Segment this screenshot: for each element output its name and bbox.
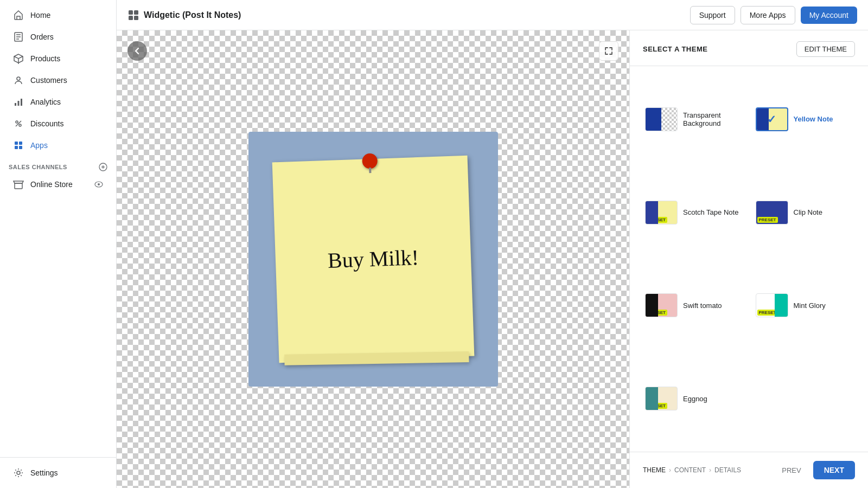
expand-button[interactable] (599, 41, 618, 61)
push-pin (362, 153, 378, 169)
sidebar-item-customers[interactable]: Customers (4, 69, 112, 91)
svg-point-14 (17, 471, 20, 474)
theme-label-swift: Swift tomato (683, 301, 722, 310)
sticky-note: Buy Milk! (272, 156, 474, 363)
svg-rect-10 (19, 146, 22, 149)
sidebar-item-products-label: Products (30, 54, 60, 63)
theme-mint-glory[interactable]: PRESET Mint Glory (754, 264, 856, 348)
back-button[interactable] (127, 41, 147, 61)
theme-swatch-transparent (645, 107, 678, 131)
right-panel: SELECT A THEME EDIT THEME Transparent Ba… (629, 30, 868, 488)
prev-button[interactable]: PREV (775, 462, 807, 479)
sidebar-item-home[interactable]: Home (4, 4, 112, 26)
theme-label-clip: Clip Note (794, 208, 822, 216)
svg-point-6 (19, 124, 21, 126)
sidebar-item-home-label: Home (30, 11, 50, 20)
support-button[interactable]: Support (690, 6, 735, 24)
svg-point-13 (98, 183, 100, 185)
theme-label-transparent: Transparent Background (683, 111, 743, 127)
online-store-eye-icon (94, 180, 103, 189)
sidebar-item-apps[interactable]: Apps (4, 134, 112, 156)
sidebar: Home Orders Products Customers Analytics (0, 0, 117, 488)
discounts-icon (13, 118, 24, 129)
theme-label-mint: Mint Glory (794, 301, 826, 310)
panel-header: SELECT A THEME EDIT THEME (630, 30, 868, 66)
theme-swift-tomato[interactable]: PRESET Swift tomato (643, 264, 745, 348)
content: Buy Milk! SELECT A THEME EDIT THEME Tran… (117, 30, 868, 488)
breadcrumb-theme: THEME (643, 466, 666, 474)
panel-footer: THEME › CONTENT › DETAILS PREV NEXT (630, 452, 868, 488)
svg-rect-7 (15, 142, 18, 145)
sidebar-nav: Home Orders Products Customers Analytics (0, 0, 116, 233)
sidebar-item-settings[interactable]: Settings (4, 462, 112, 484)
my-account-button[interactable]: My Account (801, 7, 857, 24)
sidebar-item-online-store[interactable]: Online Store (4, 174, 112, 195)
theme-yellow-note[interactable]: ✓ Yellow Note (754, 77, 856, 162)
svg-rect-17 (129, 16, 133, 20)
blue-board: Buy Milk! (248, 132, 498, 387)
theme-check-yellow: ✓ (767, 113, 776, 126)
theme-swatch-clip: PRESET (756, 201, 788, 224)
settings-icon (13, 467, 24, 478)
analytics-icon (13, 97, 24, 107)
sidebar-item-products[interactable]: Products (4, 48, 112, 69)
note-text: Buy Milk! (327, 243, 419, 275)
app-title: Widgetic (Post It Notes) (127, 9, 241, 21)
svg-rect-4 (21, 99, 22, 106)
sidebar-item-settings-label: Settings (30, 468, 58, 477)
edit-theme-button[interactable]: EDIT THEME (796, 41, 855, 57)
theme-scotch-tape-note[interactable]: PRESET Scotch Tape Note (643, 170, 745, 255)
orders-icon (13, 31, 24, 42)
sidebar-item-analytics[interactable]: Analytics (4, 91, 112, 113)
add-sales-channel-icon[interactable] (99, 163, 107, 171)
sidebar-item-discounts[interactable]: Discounts (4, 113, 112, 134)
store-icon (13, 179, 24, 190)
theme-swatch-yellow: ✓ (756, 107, 788, 131)
svg-rect-3 (18, 101, 20, 106)
svg-rect-2 (15, 103, 16, 106)
themes-grid: Transparent Background ✓ Yellow Note PRE… (630, 66, 868, 452)
theme-label-yellow: Yellow Note (794, 115, 833, 123)
sidebar-item-orders[interactable]: Orders (4, 26, 112, 48)
svg-rect-15 (129, 10, 133, 15)
preset-badge-swift: PRESET (647, 310, 667, 316)
next-button[interactable]: NEXT (813, 461, 855, 479)
sidebar-item-orders-label: Orders (30, 33, 54, 41)
apps-icon (13, 140, 24, 151)
theme-swatch-mint: PRESET (756, 293, 788, 317)
theme-eggnog[interactable]: PRESET Eggnog (643, 356, 745, 441)
theme-label-eggnog: Eggnog (683, 395, 707, 403)
products-icon (13, 53, 24, 64)
theme-swatch-scotch: PRESET (645, 201, 678, 224)
preview-area: Buy Milk! (117, 30, 629, 488)
theme-label-scotch: Scotch Tape Note (683, 208, 738, 216)
main: Widgetic (Post It Notes) Support More Ap… (117, 0, 868, 488)
sidebar-item-online-store-label: Online Store (30, 180, 73, 189)
preset-badge-mint: PRESET (757, 310, 778, 316)
topbar: Widgetic (Post It Notes) Support More Ap… (117, 0, 868, 30)
widgetic-icon (127, 9, 139, 21)
breadcrumb: THEME › CONTENT › DETAILS (643, 466, 741, 474)
more-apps-button[interactable]: More Apps (741, 6, 795, 24)
svg-rect-8 (19, 142, 22, 145)
home-icon (13, 10, 24, 21)
topbar-actions: Support More Apps My Account (690, 6, 857, 24)
sidebar-item-customers-label: Customers (30, 76, 67, 85)
theme-transparent-background[interactable]: Transparent Background (643, 77, 745, 162)
svg-rect-16 (134, 10, 138, 15)
svg-point-5 (16, 121, 18, 123)
sales-channels-label: SALES CHANNELS (0, 156, 116, 174)
breadcrumb-content: CONTENT (674, 466, 706, 474)
breadcrumb-details: DETAILS (714, 466, 741, 474)
preset-badge-clip: PRESET (757, 217, 778, 223)
select-theme-heading: SELECT A THEME (643, 45, 707, 53)
sidebar-item-discounts-label: Discounts (30, 119, 63, 128)
theme-clip-note[interactable]: PRESET Clip Note (754, 170, 856, 255)
preset-badge-eggnog: PRESET (647, 403, 667, 409)
svg-rect-9 (15, 146, 18, 149)
sidebar-item-analytics-label: Analytics (30, 98, 61, 106)
post-it-preview: Buy Milk! (248, 132, 498, 387)
svg-rect-18 (134, 16, 138, 20)
theme-swatch-swift: PRESET (645, 293, 678, 317)
footer-actions: PREV NEXT (775, 461, 855, 479)
